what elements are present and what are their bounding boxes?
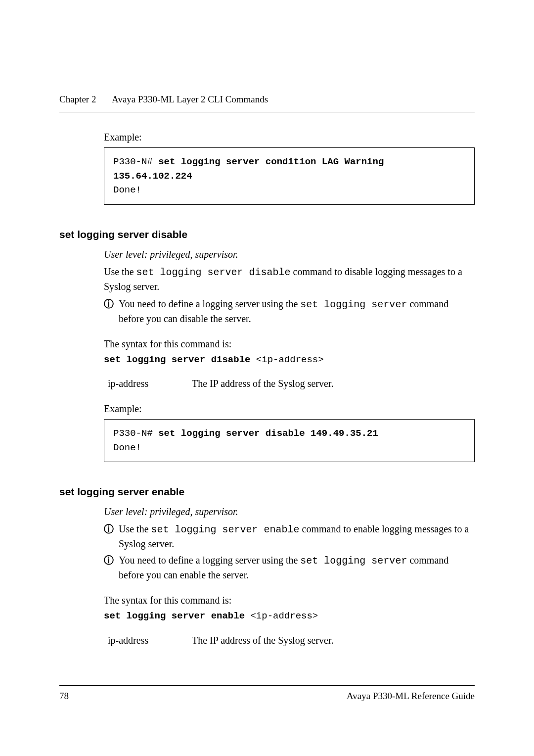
user-level-2: User level: privileged, supervisor. [104,505,475,519]
footer-line: 78 Avaya P330-ML Reference Guide [59,691,475,702]
code-result: Done! [113,183,465,197]
info-note-2b: ⓘ You need to define a logging server us… [104,553,475,582]
syntax-arg: <ip-address> [250,354,323,365]
code-example-1: P330-N# set logging server condition LAG… [104,147,475,205]
doc-title: Avaya P330-ML Reference Guide [347,691,475,702]
info-text: You need to define a logging server usin… [119,553,475,582]
footer-rule [59,685,475,686]
example-label-2: Example: [104,402,475,416]
header-rule [59,112,475,112]
info-note-1: ⓘ You need to define a logging server us… [104,297,475,326]
note1-pre: Use the [119,523,151,534]
info-icon: ⓘ [104,522,119,536]
note-pre: You need to define a logging server usin… [119,298,300,309]
page: Chapter 2 Avaya P330-ML Layer 2 CLI Comm… [0,0,534,756]
syntax-label-2: The syntax for this command is: [104,593,475,608]
param-desc: The IP address of the Syslog server. [192,377,475,391]
note2-cmd: set logging server [300,555,407,567]
page-number: 78 [59,691,69,702]
section-1-body: User level: privileged, supervisor. Use … [104,247,475,463]
syntax-line-2: set logging server enable <ip-address> [104,610,475,623]
description: Use the set logging server disable comma… [104,265,475,294]
param-row: ip-address The IP address of the Syslog … [108,377,475,391]
chapter-title: Avaya P330-ML Layer 2 CLI Commands [112,94,268,104]
running-header: Chapter 2 Avaya P330-ML Layer 2 CLI Comm… [59,94,475,105]
info-text: You need to define a logging server usin… [119,297,475,326]
syntax-arg: <ip-address> [245,611,318,621]
code-line-1: P330-N# set logging server disable 149.4… [113,426,465,441]
note2-pre: You need to define a logging server usin… [119,555,300,566]
info-note-2a: ⓘ Use the set logging server enable comm… [104,522,475,551]
code-command: set logging server disable 149.49.35.21 [158,428,378,439]
syntax-line: set logging server disable <ip-address> [104,353,475,367]
info-icon: ⓘ [104,297,119,311]
code-result: Done! [113,441,465,455]
note-cmd: set logging server [300,299,407,310]
code-prompt: P330-N# [113,156,158,167]
desc-cmd: set logging server disable [136,267,291,278]
section-2-body: User level: privileged, supervisor. ⓘ Us… [104,505,475,648]
param-row-2: ip-address The IP address of the Syslog … [108,633,475,648]
syntax-label: The syntax for this command is: [104,337,475,351]
footer: 78 Avaya P330-ML Reference Guide [59,685,475,702]
code-line-1: P330-N# set logging server condition LAG… [113,155,465,183]
code-prompt: P330-N# [113,428,158,439]
note1-cmd: set logging server enable [151,524,300,535]
info-text: Use the set logging server enable comman… [119,522,475,551]
section-title-enable: set logging server enable [59,486,475,498]
syntax-bold: set logging server enable [104,611,245,621]
section-0: Example: P330-N# set logging server cond… [104,130,475,205]
param-name: ip-address [108,633,192,648]
param-name: ip-address [108,377,192,391]
desc-pre: Use the [104,266,136,277]
section-title-disable: set logging server disable [59,229,475,240]
code-example-2: P330-N# set logging server disable 149.4… [104,419,475,462]
param-desc: The IP address of the Syslog server. [192,633,475,648]
info-icon: ⓘ [104,553,119,567]
chapter-label: Chapter 2 [59,94,96,104]
syntax-bold: set logging server disable [104,354,250,365]
example-label: Example: [104,130,475,144]
user-level: User level: privileged, supervisor. [104,247,475,262]
